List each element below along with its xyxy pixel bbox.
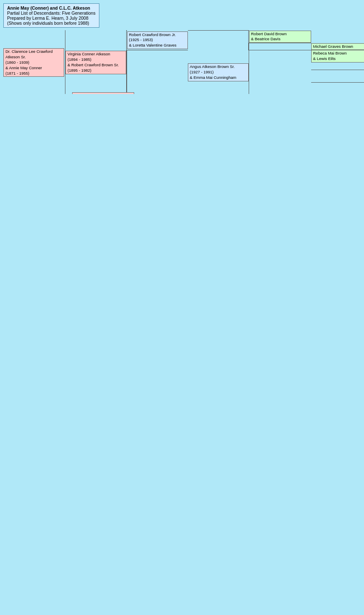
rcb-vbrace <box>188 31 249 50</box>
gen3-rcb-cell: Robert Crawford Brown Jr. (1925 - 1953) … <box>127 31 188 50</box>
node-robert-david: Robert David Brown & Beatrice Davis <box>249 31 311 43</box>
td-sp11 <box>127 82 188 94</box>
gen2-virginia-box: Virginia Conner Atkeson (1894 - 1985) & … <box>72 92 134 94</box>
title-line2: Partial List of Descendants: Five Genera… <box>7 10 96 16</box>
td-sp9 <box>249 70 311 82</box>
node-rebeca: Rebeca Mai Brown & Lewis Eilts <box>311 50 364 63</box>
gen4-michael: Michael Graves Brown <box>311 43 364 50</box>
gen1-cell: Dr. Clarence Lee Crawford Atkeson Sr. (1… <box>3 31 65 94</box>
chart-container: Annie May (Conner) and C.L.C. Atkeson Pa… <box>0 0 364 94</box>
title-line4: (Shows only individuals born before 1988… <box>7 21 96 26</box>
td-sp8 <box>127 70 188 82</box>
td-sp5 <box>127 63 188 70</box>
title-line3: Prepared by Lerma E. Hearn, 3 July 2008 <box>7 16 96 21</box>
h-angus-jr <box>311 70 364 82</box>
gen1-row: Dr. Clarence Lee Crawford Atkeson Sr. (1… <box>3 31 364 43</box>
gen2-virginia-cell: Virginia Conner Atkeson (1894 - 1985) & … <box>65 31 126 94</box>
node-michael: Michael Graves Brown <box>311 43 364 50</box>
h-angus <box>127 50 188 63</box>
family-tree: Dr. Clarence Lee Crawford Atkeson Sr. (1… <box>3 30 364 94</box>
td-sp10 <box>65 82 66 94</box>
spacer-td <box>311 31 364 43</box>
td-sp12 <box>249 82 311 94</box>
gen4-robert-david: Robert David Brown & Beatrice Davis <box>249 31 311 43</box>
gen3-angus: Angus Atkeson Brown Sr. (1927 - 1991) & … <box>188 63 249 81</box>
td-sp6 <box>249 63 311 70</box>
gen2-virginia-node: Virginia Conner Atkeson (1894 - 1985) & … <box>72 92 134 94</box>
title-line1: Annie May (Conner) and C.L.C. Atkeson <box>7 5 96 10</box>
h-michael <box>249 43 311 50</box>
gen2-virginia: Virginia Conner Atkeson (1894 - 1985) & … <box>65 51 126 74</box>
h-rebeca <box>249 50 311 63</box>
gen3-rcb: Robert Crawford Brown Jr. (1925 - 1953) … <box>127 31 188 49</box>
chart-title: Annie May (Conner) and C.L.C. Atkeson Pa… <box>3 3 99 28</box>
gen3-angus-cell: Angus Atkeson Brown Sr. (1927 - 1991) & … <box>188 50 249 94</box>
rebeca-vbot <box>311 63 364 70</box>
h-melissa <box>311 82 364 94</box>
gen4-rebeca: Rebeca Mai Brown & Lewis Eilts <box>311 50 364 63</box>
gen1-person: Dr. Clarence Lee Crawford Atkeson Sr. (1… <box>3 48 64 77</box>
td-spacer <box>65 43 66 50</box>
